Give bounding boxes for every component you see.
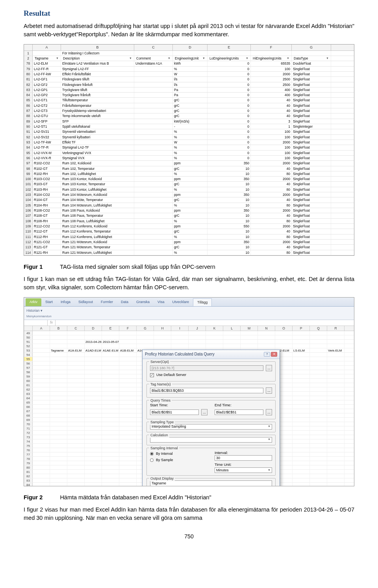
section-heading: Resultat [24,8,354,19]
filter-arrow-icon[interactable]: ▼ [326,56,329,60]
tagname-input[interactable]: Blad1!$C$53:$Q$53 [150,388,263,393]
ribbon-historian-menu[interactable]: Historian ▾ [26,309,43,313]
col-header: R [327,326,345,331]
table-row: 90LA2-ST1Spjäll uteluftskanal-01SingleIn… [24,124,354,129]
name-box[interactable] [24,320,48,326]
start-browse-button[interactable]: ... [201,409,208,415]
excel-screenshot-1: A B C D E F G 1 För Inläsning I Collecto… [24,44,354,256]
filter-arrow-icon[interactable]: ▼ [168,56,170,60]
excel1-header-row: 2 Tagname▼ Description▼ Comment▼ Enginee… [24,56,354,61]
excel-ribbon: ArkivStartInfogaSidlayoutFormlerDataGran… [24,298,354,307]
ribbon-tab-utvecklare[interactable]: Utvecklare [168,298,193,306]
output-display-listbox[interactable]: Tagname Timestamp Value [150,480,272,486]
table-row: 79LA2-FF-RStyrsignal LA2-FF%0100SingleFl… [24,67,354,72]
filter-arrow-icon[interactable]: ▼ [129,56,132,60]
table-row: 97R102-CO2Rum 102, Koldioxidppm3502000Si… [24,161,354,166]
server-browse-button[interactable]: ... [266,365,272,371]
fx-icon[interactable]: fx [48,320,56,326]
ribbon-tab-visa[interactable]: Visa [154,298,168,306]
col-header: N [258,326,275,331]
ribbon-tab-granska[interactable]: Granska [132,298,154,306]
start-time-input[interactable]: Blad1!$D$51 [150,409,199,415]
by-sample-radio[interactable] [150,458,154,462]
col-header: G [137,326,154,331]
ribbon-body: Historian ▾ Menykommandon [24,307,354,320]
paragraph-2: I figur 1 kan man se ett utdrag från TAG… [24,275,354,292]
col-header: I [171,326,189,331]
server-fieldset: Server(Opt) [213.180.70.7] ... ✓ Use Def… [146,361,276,381]
calculation-select[interactable]: ▼ [150,437,272,443]
table-row: 82LA2-GF2Flödesgivare frånluftl/s02500Si… [24,82,354,87]
filter-arrow-icon[interactable]: ▼ [287,56,289,60]
table-row: 92LA2-SV22Styrventil kylbatteri%0100Sing… [24,135,354,140]
interval-label: Interval: [215,450,228,455]
by-sample-label: By Sample [156,458,173,463]
calculation-fieldset: Calculation ▼ [146,435,276,445]
paragraph-1: Arbetet med automatiserad driftuppföljni… [24,22,354,39]
table-row: 98R102-GTRum 102, TemperaturgrC1040Singl… [24,166,354,171]
table-row: 107R108-GTRum 108 Paus, TemperaturgrC104… [24,213,354,218]
ribbon-tab-arkiv[interactable]: Arkiv [26,298,41,306]
ribbon-tab-sidlayout[interactable]: Sidlayout [74,298,97,306]
use-default-server-checkbox[interactable]: ✓ [150,373,154,377]
table-row: 104R104-GTRum 104 Möte, TemperaturgrC104… [24,197,354,203]
tagname-fieldset: Tag Name(s) Blad1!$C$53:$Q$53 ... [146,384,276,398]
help-icon[interactable]: ? [264,352,270,357]
sampling-type-select[interactable]: Interpolated Sampling▼ [150,424,272,430]
sheet-row: 50 [24,335,354,340]
excel-screenshot-2: ArkivStartInfogaSidlayoutFormlerDataGran… [24,297,354,486]
table-row: 101R103-GTRum 103 Kontor, TemperaturgrC1… [24,182,354,187]
filter-arrow-icon[interactable]: ▼ [246,56,248,60]
timeunit-select[interactable]: Minutes▼ [215,467,272,473]
by-interval-radio[interactable] [150,452,154,456]
ribbon-tab-tillägg[interactable]: Tillägg [193,298,212,306]
use-default-label: Use Default Server [156,372,186,378]
sheet-row: 49 [24,331,354,335]
figure-1-label: Figur 1 [24,264,43,270]
col-header: O [275,326,293,331]
table-row: 83LA2-GP1Tryckgivare tilluftPa0400Single… [24,87,354,93]
col-header: E [102,326,119,331]
col-header: C [67,326,85,331]
start-time-label: Start Time: [150,403,168,407]
interval-input[interactable]: 30 [215,455,272,461]
formula-input[interactable] [56,320,354,326]
server-input: [213.180.70.7] [150,365,263,371]
col-header: A [33,326,50,331]
dialog-title-text: Proficy Historian Calculated Data Query [145,352,215,357]
interval-fieldset: Sampling Interval By Interval By Sample … [146,448,276,476]
ribbon-group-caption: Menykommandon [26,314,352,319]
ribbon-tab-start[interactable]: Start [41,298,57,306]
excel1-column-headers: A B C D E F G [24,45,354,51]
paragraph-3: I figur 2 visas hur man med Excel AddIn … [24,506,354,522]
table-row: 109R112-CO2Rum 112 Konferens, Koldioxidp… [24,224,354,229]
col-header: D [85,326,102,331]
col-header: F [119,326,137,331]
dialog-titlebar: Proficy Historian Calculated Data Query … [143,350,280,359]
table-row: 95LA2-VVX-MVerkningsgrad VVX%0100SingleF… [24,151,354,156]
col-header: J [189,326,206,331]
end-time-input[interactable]: Blad1!$E$51 [215,409,263,415]
tagname-browse-button[interactable]: ... [266,387,272,394]
table-row: 105R104-RHRum 104 Mötesrum, Luftfuktighe… [24,203,354,208]
ribbon-tab-data[interactable]: Data [117,298,132,306]
col-header: L [223,326,241,331]
table-row: 106R108-CO2Rum 108 Paus, Koldioxidppm350… [24,208,354,213]
formula-bar: fx [24,320,354,326]
col-header: Q [310,326,327,331]
close-icon[interactable]: ✕ [271,352,277,357]
filter-arrow-icon[interactable]: ▼ [56,56,59,60]
sheet-row: 512013-04-262013-05-07 [24,340,354,344]
figure-2-caption: Figur 2 Hämta mätdata från databasen med… [24,493,354,502]
end-browse-button[interactable]: ... [266,409,272,415]
table-row: 113R121-GTRum 121 Mötesrum, Temperaturgr… [24,245,354,250]
table-row: 108R108-RHRum 108 Paus, Luftfuktighet%10… [24,219,354,224]
table-row: 114R121-RHRum 121 Mötesrum, Luftfuktighe… [24,250,354,255]
table-row: 84LA2-GP2Tryckgivare frånluftPa0400Singl… [24,93,354,98]
table-row: 80LA2-FF-kWEffekt FrånluftsfläktW02000Si… [24,72,354,77]
filter-arrow-icon[interactable]: ▼ [202,56,205,60]
ribbon-tab-infoga[interactable]: Infoga [57,298,74,306]
output-display-fieldset: Output Display Tagname Timestamp Value [146,478,276,486]
table-row: 111R112-RHRum 112 Konferens, Luftfuktigh… [24,234,354,240]
ribbon-tab-formler[interactable]: Formler [97,298,117,306]
